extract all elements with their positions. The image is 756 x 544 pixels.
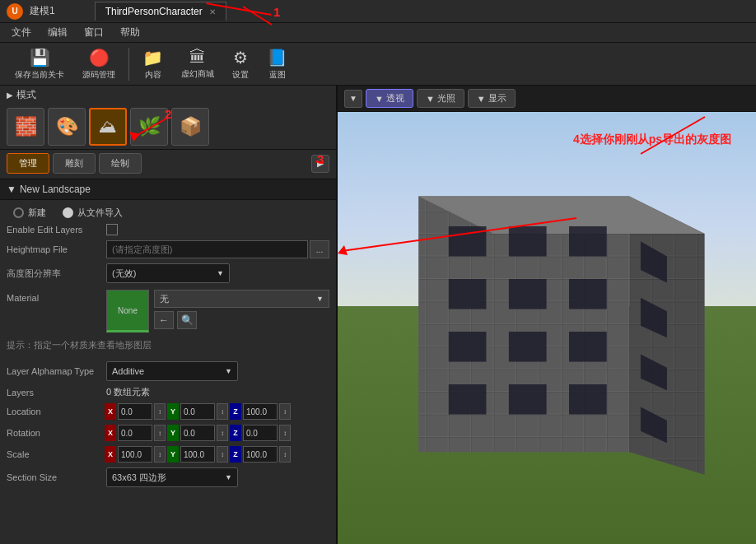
viewport-toggle[interactable]: ▼: [344, 90, 362, 108]
svg-rect-11: [449, 226, 487, 256]
scale-x-input[interactable]: [118, 446, 152, 463]
resolution-dropdown[interactable]: (无效) ▼: [106, 263, 230, 283]
alphamap-arrow: ▼: [225, 367, 232, 375]
source-label: 源码管理: [82, 69, 115, 81]
toolbar-marketplace[interactable]: 🏛 虚幻商城: [173, 45, 222, 82]
rotation-row: Rotation X ↕ Y ↕ Z ↕: [7, 425, 329, 441]
toolbar-settings[interactable]: ⚙ 设置: [224, 45, 257, 83]
landscape-content: 新建 从文件导入 Enable Edit Layers Heightmap Fi…: [0, 200, 336, 494]
toolbar-separator-1: [128, 48, 129, 81]
mode-section: ▶ 模式 🧱 🎨 ⛰ 🌿 📦 管理 雕刻 绘制 ▶: [0, 86, 336, 179]
viewport: ▼ ▼ 透视 ▼ 光照 ▼ 显示: [338, 86, 756, 544]
svg-rect-15: [509, 278, 547, 309]
location-z-arrow[interactable]: ↕: [279, 403, 291, 420]
scale-z-input[interactable]: [243, 446, 278, 463]
material-row: Material None 无 ▼ ← 🔍: [7, 290, 329, 332]
rotation-x-input[interactable]: [118, 425, 152, 441]
location-y-arrow[interactable]: ↕: [217, 403, 228, 420]
save-icon: 💾: [30, 48, 50, 67]
location-z-input[interactable]: [243, 403, 278, 420]
viewport-toolbar: ▼ ▼ 透视 ▼ 光照 ▼ 显示: [338, 86, 756, 112]
svg-rect-20: [449, 384, 487, 414]
rotation-z-label: Z: [230, 425, 241, 441]
material-name-dropdown[interactable]: 无 ▼: [154, 290, 329, 308]
enable-edit-layers-row: Enable Edit Layers: [7, 224, 329, 235]
svg-rect-12: [509, 226, 547, 256]
resolution-row: 高度图分辨率 (无效) ▼: [7, 263, 329, 283]
scale-y-input[interactable]: [180, 446, 215, 463]
material-preview[interactable]: None: [106, 290, 149, 332]
viewport-perspective-btn[interactable]: ▼ 透视: [366, 89, 413, 108]
menu-edit[interactable]: 编辑: [40, 24, 76, 41]
radio-new-circle: [13, 207, 24, 218]
layers-label: Layers: [7, 388, 101, 398]
location-x-arrow[interactable]: ↕: [154, 403, 166, 420]
toolbar-save[interactable]: 💾 保存当前关卡: [7, 45, 72, 83]
layers-value: 0 数组元素: [106, 386, 150, 398]
mode-btn-place[interactable]: 🧱: [7, 108, 44, 146]
sub-mode-sculpt[interactable]: 雕刻: [53, 153, 96, 174]
svg-rect-18: [509, 331, 547, 361]
rotation-y-arrow[interactable]: ↕: [217, 425, 228, 441]
rotation-x-label: X: [105, 425, 116, 441]
new-import-row: 新建 从文件导入: [7, 207, 329, 219]
radio-new[interactable]: 新建: [13, 207, 46, 219]
scale-y-arrow[interactable]: ↕: [217, 446, 228, 463]
mode-btn-paint[interactable]: 🎨: [48, 108, 86, 146]
heightmap-browse-btn[interactable]: ...: [310, 240, 329, 258]
section-size-label: Section Size: [7, 472, 101, 482]
heightmap-file-input[interactable]: [106, 240, 308, 258]
toolbar-source[interactable]: 🔴 源码管理: [74, 45, 124, 83]
radio-import[interactable]: 从文件导入: [63, 207, 123, 219]
enable-edit-layers-checkbox[interactable]: [106, 224, 118, 235]
scale-z-label: Z: [230, 446, 241, 463]
rotation-xyz: X ↕ Y ↕ Z ↕: [105, 425, 329, 441]
scale-z-arrow[interactable]: ↕: [279, 446, 291, 463]
menu-window[interactable]: 窗口: [76, 24, 112, 41]
mini-btn-small[interactable]: ▶: [311, 155, 329, 173]
rotation-y-label: Y: [167, 425, 179, 441]
section-header[interactable]: ▼ New Landscape: [0, 179, 336, 200]
settings-icon: ⚙: [233, 48, 248, 67]
rotation-y-input[interactable]: [180, 425, 215, 441]
location-x-input[interactable]: [118, 403, 152, 420]
mode-btn-landscape[interactable]: ⛰: [89, 108, 127, 146]
show-icon: ▼: [477, 94, 486, 104]
material-back-btn[interactable]: ←: [154, 311, 174, 329]
main-toolbar: 💾 保存当前关卡 🔴 源码管理 📁 内容 🏛 虚幻商城 ⚙ 设置 📘 蓝图: [0, 43, 756, 86]
mode-btn-brush[interactable]: 📦: [171, 108, 209, 146]
toolbar-blueprint[interactable]: 📘 蓝图: [259, 45, 296, 83]
section-size-dropdown[interactable]: 63x63 四边形 ▼: [106, 467, 238, 487]
tab-label: ThirdPersonCharacter: [105, 6, 203, 17]
sub-mode-paint[interactable]: 绘制: [99, 153, 142, 174]
alphamap-type-label: Layer Alphamap Type: [7, 366, 101, 376]
blueprint-label: 蓝图: [269, 69, 286, 81]
tab-close-icon[interactable]: ✕: [209, 7, 216, 16]
mode-icon-small: ▶: [7, 91, 13, 100]
menu-file[interactable]: 文件: [3, 24, 40, 41]
scale-x-arrow[interactable]: ↕: [154, 446, 166, 463]
toolbar-content[interactable]: 📁 内容: [134, 45, 171, 83]
viewport-lighting-btn[interactable]: ▼ 光照: [417, 89, 464, 108]
location-y-input[interactable]: [180, 403, 215, 420]
tab-thirdperson[interactable]: ThirdPersonCharacter ✕: [95, 2, 226, 21]
sub-mode-manage[interactable]: 管理: [7, 153, 49, 174]
scale-xyz: X ↕ Y ↕ Z ↕: [105, 446, 329, 463]
rotation-z-arrow[interactable]: ↕: [279, 425, 291, 441]
app-logo: U: [7, 3, 23, 20]
mode-btn-foliage[interactable]: 🌿: [130, 108, 168, 146]
svg-rect-21: [509, 384, 547, 414]
rotation-z-input[interactable]: [243, 425, 278, 441]
viewport-show-btn[interactable]: ▼ 显示: [468, 89, 516, 108]
material-dropdown-arrow: ▼: [316, 295, 324, 303]
left-panel: ▶ 模式 🧱 🎨 ⛰ 🌿 📦 管理 雕刻 绘制 ▶: [0, 86, 338, 544]
alphamap-type-dropdown[interactable]: Additive ▼: [106, 361, 238, 381]
rotation-x-arrow[interactable]: ↕: [154, 425, 166, 441]
material-search-btn[interactable]: 🔍: [177, 311, 197, 329]
resolution-label: 高度图分辨率: [7, 267, 101, 280]
menu-help[interactable]: 帮助: [112, 24, 148, 41]
svg-rect-19: [569, 331, 607, 361]
section-title: New Landscape: [20, 184, 91, 195]
svg-rect-17: [449, 331, 487, 361]
project-name: 建模1: [30, 4, 55, 18]
